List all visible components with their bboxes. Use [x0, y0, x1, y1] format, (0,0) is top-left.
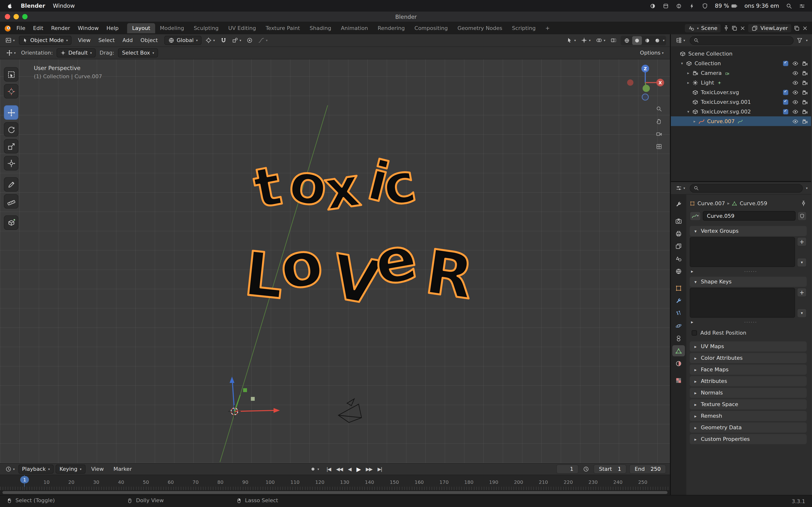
end-frame-field[interactable]: End250	[629, 464, 666, 474]
close-window-button[interactable]	[5, 14, 10, 19]
disable-in-renders-toggle[interactable]	[801, 118, 809, 124]
tool-cursor[interactable]	[4, 84, 18, 99]
breadcrumb-data[interactable]: Curve.059	[740, 200, 767, 207]
orientation-setting-dropdown[interactable]: Default	[57, 48, 96, 57]
jump-to-end-button[interactable]: ▶|	[375, 466, 384, 472]
snap-settings-dropdown[interactable]	[230, 36, 243, 44]
view-layer-selector[interactable]: ViewLayer	[748, 24, 792, 33]
orthographic-toggle-button[interactable]	[656, 144, 662, 150]
outliner-search-input[interactable]	[690, 36, 794, 45]
scrollbar-thumb[interactable]	[2, 491, 667, 494]
gizmo-neg-x-axis[interactable]	[627, 79, 633, 86]
outliner-row-collection[interactable]: Collection	[671, 58, 811, 68]
properties-tab-object[interactable]	[672, 282, 685, 294]
gizmo-neg-z-axis[interactable]	[642, 94, 648, 100]
hide-in-viewport-toggle[interactable]	[791, 70, 799, 76]
data-name-field[interactable]: Curve.059	[703, 211, 796, 221]
disable-in-renders-toggle[interactable]	[801, 60, 809, 66]
collection-exclude-checkbox[interactable]	[783, 109, 788, 114]
editor-type-button[interactable]	[4, 36, 16, 44]
minimize-window-button[interactable]	[13, 14, 19, 19]
move-gizmo[interactable]	[230, 377, 280, 413]
fake-user-button[interactable]	[798, 211, 807, 220]
collection-exclude-checkbox[interactable]	[783, 99, 788, 105]
material-shading-button[interactable]	[643, 36, 652, 45]
tool-select-box[interactable]	[4, 67, 18, 81]
previous-keyframe-button[interactable]: ◀◀	[334, 466, 345, 472]
toxic-lover-artwork[interactable]: toxic LoVeR	[239, 145, 490, 329]
proportional-falloff-dropdown[interactable]	[257, 36, 269, 44]
disable-in-renders-toggle[interactable]	[801, 70, 809, 76]
battery-status[interactable]: 89 %	[715, 2, 738, 9]
control-center-icon[interactable]	[799, 3, 805, 9]
disclosure-triangle-icon[interactable]	[686, 80, 691, 85]
properties-tab-output[interactable]	[672, 228, 685, 239]
mode-dropdown[interactable]: Object Mode	[18, 36, 72, 45]
proportional-editing-toggle[interactable]	[245, 36, 254, 44]
hide-in-viewport-toggle[interactable]	[791, 60, 799, 66]
object-type-visibility-dropdown[interactable]	[565, 36, 577, 44]
add-shape-key-button[interactable]	[797, 288, 807, 297]
outliner-options-caret[interactable]	[806, 38, 808, 42]
panel-drag-grip[interactable]	[744, 319, 757, 325]
viewport-menu-view[interactable]: View	[74, 36, 95, 45]
add-vertex-group-button[interactable]	[797, 237, 807, 246]
workspace-tab-scripting[interactable]: Scripting	[507, 23, 541, 33]
panel-remesh[interactable]: Remesh	[690, 411, 807, 421]
app-menu[interactable]: Blender	[21, 2, 45, 9]
zoom-button[interactable]	[656, 106, 662, 112]
viewport-menu-object[interactable]: Object	[137, 36, 162, 45]
properties-editor-button[interactable]	[674, 184, 687, 192]
status-bolt-icon[interactable]	[689, 3, 695, 9]
properties-options-caret[interactable]	[806, 186, 808, 190]
properties-tab-modifiers[interactable]	[672, 295, 685, 306]
collection-exclude-checkbox[interactable]	[783, 90, 788, 95]
gizmo-y-axis[interactable]	[643, 85, 650, 92]
properties-tab-view-layer[interactable]	[672, 240, 685, 251]
panel-geometry-data[interactable]: Geometry Data	[690, 422, 807, 433]
spotlight-search-icon[interactable]	[786, 3, 792, 9]
pivot-point-dropdown[interactable]	[204, 36, 216, 44]
timeline-editor-button[interactable]	[4, 465, 16, 473]
timeline-menu-view[interactable]: View	[87, 464, 108, 474]
topbar-menu-file[interactable]: File	[12, 24, 29, 33]
properties-search-input[interactable]	[690, 184, 803, 192]
subpanel-collapsed-icon[interactable]	[690, 320, 695, 325]
tool-move[interactable]	[4, 105, 18, 120]
3d-viewport[interactable]: toxic LoVeR User Perspective (1) Collect…	[0, 59, 670, 463]
jump-to-start-button[interactable]: |◀	[324, 466, 333, 472]
navigation-gizmo[interactable]: Z X	[626, 62, 664, 103]
panel-attributes[interactable]: Attributes	[690, 376, 807, 386]
topbar-menu-render[interactable]: Render	[47, 24, 74, 33]
vertex-groups-list[interactable]	[690, 237, 795, 267]
panel-texture-space[interactable]: Texture Space	[690, 399, 807, 409]
outliner-row-scene-collection[interactable]: Scene Collection	[671, 49, 811, 58]
properties-tab-render[interactable]	[672, 215, 685, 226]
outliner-row-toxiclover-svg-001[interactable]: ToxicLover.svg.001	[671, 97, 811, 107]
apple-menu-icon[interactable]	[7, 3, 13, 9]
workspace-tab-animation[interactable]: Animation	[336, 23, 373, 33]
filter-icon[interactable]	[797, 37, 803, 44]
browse-data-button[interactable]	[690, 211, 701, 220]
delete-scene-button[interactable]	[740, 25, 746, 32]
camera-object-wireframe[interactable]	[338, 399, 361, 422]
options-dropdown[interactable]: Options	[639, 49, 665, 57]
workspace-tab-layout[interactable]: Layout	[128, 23, 155, 33]
tool-transform[interactable]	[4, 156, 18, 170]
properties-tab-scene[interactable]	[672, 253, 685, 264]
drag-setting-dropdown[interactable]: Select Box	[118, 48, 158, 57]
xray-toggle[interactable]	[609, 36, 618, 44]
collection-exclude-checkbox[interactable]	[783, 61, 788, 66]
gizmo-plane-handle-green[interactable]	[243, 388, 247, 392]
workspace-tab-modeling[interactable]: Modeling	[155, 23, 189, 33]
tool-annotate[interactable]	[4, 177, 18, 192]
viewport-menu-select[interactable]: Select	[95, 36, 119, 45]
panel-uv-maps[interactable]: UV Maps	[690, 341, 807, 351]
tool-measure[interactable]	[4, 194, 18, 209]
properties-tab-world[interactable]	[672, 266, 685, 277]
properties-tab-constraints[interactable]	[672, 333, 685, 344]
tool-add-cube[interactable]	[4, 215, 18, 230]
pan-button[interactable]	[656, 118, 662, 125]
workspace-tab-texture-paint[interactable]: Texture Paint	[261, 23, 305, 33]
viewport-menu-add[interactable]: Add	[119, 36, 137, 45]
